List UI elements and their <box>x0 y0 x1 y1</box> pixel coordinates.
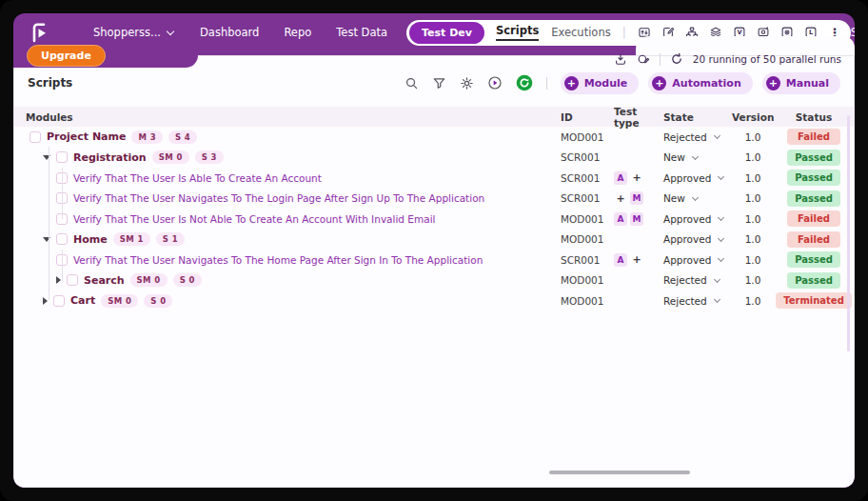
test-type-badge[interactable]: A <box>614 212 627 226</box>
chevron-down-icon <box>692 194 699 201</box>
script-name[interactable]: Verify That The User Navigates To The Ho… <box>73 254 483 266</box>
column-header-test-type: Test type <box>614 106 663 129</box>
add-test-type-button[interactable]: + <box>630 171 643 185</box>
table-row: Verify That The User Navigates To The Ho… <box>14 250 854 271</box>
row-checkbox[interactable] <box>67 274 78 286</box>
module-name[interactable]: Cart <box>70 294 95 307</box>
nav-item-test-data[interactable]: Test Data <box>336 26 387 39</box>
status-badge: Passed <box>787 251 840 268</box>
tab-executions[interactable]: Executions <box>551 26 610 39</box>
chevron-down-icon <box>714 296 720 303</box>
plus-icon: + <box>652 76 666 90</box>
state-select[interactable]: Approved <box>663 254 732 266</box>
divider <box>660 53 661 66</box>
module-name[interactable]: Home <box>73 233 108 246</box>
horizontal-scrollbar-thumb[interactable] <box>549 471 690 474</box>
chevron-down-icon <box>718 255 724 262</box>
state-select[interactable]: Approved <box>663 233 732 245</box>
script-name[interactable]: Verify That The User Navigates To The Lo… <box>73 192 484 204</box>
row-checkbox[interactable] <box>30 131 41 143</box>
chevron-down-icon <box>714 276 720 283</box>
gear-icon[interactable] <box>460 76 474 90</box>
primary-nav: DashboardRepoTest Data <box>200 26 387 39</box>
tag-edit-icon[interactable] <box>637 52 650 66</box>
nav-item-repo[interactable]: Repo <box>284 26 311 39</box>
add-automation-button[interactable]: +Automation <box>648 72 752 94</box>
app-logo-icon[interactable] <box>29 21 51 44</box>
state-select[interactable]: Approved <box>663 213 732 225</box>
tab-scripts[interactable]: Scripts <box>496 24 539 41</box>
count-badge: S 0 <box>144 294 172 308</box>
module-name[interactable]: Search <box>84 274 125 287</box>
filter-icon[interactable] <box>432 76 446 90</box>
row-version: 1.0 <box>732 151 774 163</box>
row-checkbox[interactable] <box>56 151 68 163</box>
state-select[interactable]: Rejected <box>663 295 732 307</box>
column-header-modules: Modules <box>14 111 561 123</box>
parallel-runs-status: 20 running of 50 parallel runs <box>693 53 841 65</box>
row-version: 1.0 <box>732 233 774 245</box>
count-badge: SM 0 <box>152 150 189 164</box>
plus-icon: + <box>766 76 780 90</box>
create-buttons: +Module+Automation+Manual <box>561 72 840 94</box>
upgrade-button[interactable]: Upgrade <box>27 45 106 67</box>
status-badge: Passed <box>787 150 840 166</box>
table-row: RegistrationSM 0S 3SCR001New1.0Passed <box>14 148 854 169</box>
search-icon[interactable] <box>404 76 419 90</box>
run-all-icon[interactable] <box>516 74 533 91</box>
script-name[interactable]: Verify That The User Is Not Able To Crea… <box>73 213 436 225</box>
row-version: 1.0 <box>732 274 774 286</box>
test-type-badge[interactable]: A <box>614 253 627 267</box>
script-name[interactable]: Verify That The User Is Able To Create A… <box>73 172 322 184</box>
state-select[interactable]: Rejected <box>663 131 732 143</box>
secondary-nav: SuitesWeb Service <box>851 26 855 39</box>
column-header-version: Version <box>732 111 774 123</box>
status-badge: Terminated <box>776 292 852 309</box>
chevron-down-icon <box>714 132 720 139</box>
status-badge: Failed <box>787 231 840 248</box>
table-row: HomeSM 1S 1MOD001Approved1.0Failed <box>14 230 854 250</box>
tab-test-dev[interactable]: Test Dev <box>409 22 484 44</box>
module-name[interactable]: Registration <box>73 151 147 164</box>
vertical-scrollbar[interactable] <box>847 115 850 351</box>
row-checkbox[interactable] <box>53 295 65 307</box>
table-row: SearchSM 0S 0MOD001Rejected1.0Passed <box>14 271 854 291</box>
add-test-type-button[interactable]: + <box>630 253 643 267</box>
project-selector[interactable]: Shopperss... <box>93 26 173 39</box>
nav-item-dashboard[interactable]: Dashboard <box>200 26 259 39</box>
state-select[interactable]: New <box>663 151 732 163</box>
download-icon[interactable] <box>614 52 627 66</box>
count-badge: M 3 <box>131 130 163 144</box>
state-select[interactable]: New <box>663 192 732 204</box>
row-id: SCR001 <box>561 172 614 184</box>
table-body: Project NameM 3S 4MOD001Rejected1.0Faile… <box>14 127 854 311</box>
column-header-id: ID <box>561 111 614 123</box>
play-circle-icon[interactable] <box>487 75 503 90</box>
state-select[interactable]: Rejected <box>663 274 732 286</box>
module-name[interactable]: Project Name <box>47 130 126 143</box>
test-type-badge[interactable]: M <box>630 212 643 226</box>
refresh-icon[interactable] <box>670 52 683 66</box>
test-type-badge[interactable]: A <box>614 171 627 185</box>
status-badge: Failed <box>787 129 840 145</box>
row-id: MOD001 <box>561 131 614 143</box>
row-version: 1.0 <box>732 131 774 143</box>
table-row: Verify That The User Is Able To Create A… <box>14 168 854 189</box>
row-checkbox[interactable] <box>56 233 68 245</box>
status-badge: Passed <box>787 170 840 186</box>
add-module-button[interactable]: +Module <box>561 72 639 94</box>
tree-guide-line <box>49 147 49 300</box>
add-manual-button[interactable]: +Manual <box>762 72 840 94</box>
add-test-type-button[interactable]: + <box>614 191 627 205</box>
row-version: 1.0 <box>732 254 774 266</box>
table-row: CartSM 0S 0MOD001Rejected1.0Terminated <box>14 291 854 311</box>
scripts-toolbar: Scripts <box>14 70 854 95</box>
column-header-state: State <box>663 111 732 123</box>
state-select[interactable]: Approved <box>663 172 732 184</box>
caret-right-icon[interactable] <box>43 297 48 305</box>
caret-right-icon[interactable] <box>56 276 61 284</box>
row-id: MOD001 <box>561 213 614 225</box>
nav-item-suites[interactable]: Suites <box>851 26 855 39</box>
test-type-badge[interactable]: M <box>630 191 643 205</box>
count-badge: S 4 <box>168 130 197 144</box>
